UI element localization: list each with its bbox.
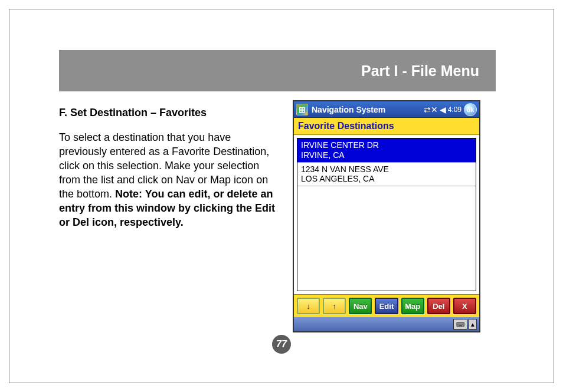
nav-button[interactable]: Nav bbox=[349, 298, 372, 314]
list-item-line1: IRVINE CENTER DR bbox=[301, 140, 472, 150]
header-title: Part I - File Menu bbox=[361, 62, 479, 80]
list-item[interactable]: 1234 N VAN NESS AVE LOS ANGELES, CA bbox=[297, 163, 476, 187]
list-item[interactable]: IRVINE CENTER DR IRVINE, CA bbox=[297, 139, 476, 163]
wm-titlebar: ⊞ Navigation System ⇄✕ ◀ 4:09 ok bbox=[294, 101, 479, 118]
list-item-line1: 1234 N VAN NESS AVE bbox=[301, 164, 472, 174]
scroll-down-button[interactable]: ↓ bbox=[297, 298, 320, 314]
list-item-line2: LOS ANGELES, CA bbox=[301, 174, 472, 184]
wm-status-area: ⇄✕ ◀ 4:09 bbox=[424, 105, 461, 114]
scroll-up-button[interactable]: ↑ bbox=[323, 298, 346, 314]
sip-up-icon[interactable]: ▲ bbox=[469, 319, 477, 330]
section-heading: F. Set Destination – Favorites bbox=[59, 106, 277, 120]
volume-icon[interactable]: ◀ bbox=[440, 105, 446, 114]
wm-bottom-bar: ⌨ ▲ bbox=[294, 317, 479, 331]
ok-button[interactable]: ok bbox=[464, 103, 477, 116]
windows-start-icon[interactable]: ⊞ bbox=[296, 104, 308, 116]
keyboard-icon[interactable]: ⌨ bbox=[453, 319, 467, 330]
toolbar: ↓ ↑ Nav Edit Map Del X bbox=[294, 294, 479, 317]
body-text: F. Set Destination – Favorites To select… bbox=[59, 106, 277, 230]
close-button[interactable]: X bbox=[453, 298, 476, 314]
page-number: 77 bbox=[272, 335, 291, 354]
del-button[interactable]: Del bbox=[427, 298, 450, 314]
wm-app-title: Navigation System bbox=[312, 105, 421, 114]
map-button[interactable]: Map bbox=[401, 298, 424, 314]
clock: 4:09 bbox=[448, 106, 461, 114]
device-screenshot: ⊞ Navigation System ⇄✕ ◀ 4:09 ok Favorit… bbox=[293, 100, 480, 332]
header-bar: Part I - File Menu bbox=[59, 50, 496, 91]
favorites-list: IRVINE CENTER DR IRVINE, CA 1234 N VAN N… bbox=[297, 138, 476, 291]
list-item-line2: IRVINE, CA bbox=[301, 150, 472, 160]
screen-title: Favorite Destinations bbox=[294, 118, 479, 135]
favorites-list-area: IRVINE CENTER DR IRVINE, CA 1234 N VAN N… bbox=[294, 135, 479, 294]
edit-button[interactable]: Edit bbox=[375, 298, 398, 314]
connectivity-icon[interactable]: ⇄✕ bbox=[424, 105, 438, 114]
